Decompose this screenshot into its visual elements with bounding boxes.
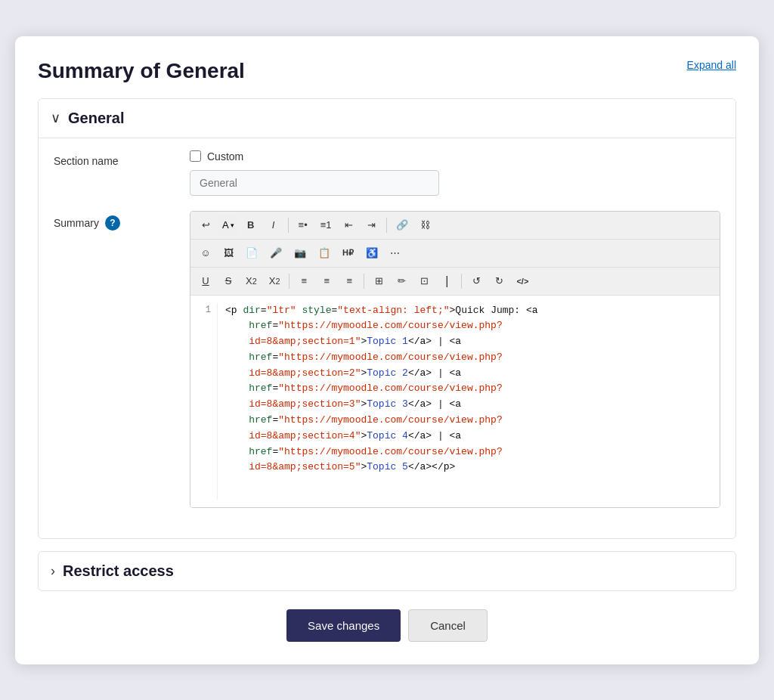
- unordered-list-btn[interactable]: ≡•: [293, 215, 314, 236]
- bold-btn[interactable]: B: [240, 215, 262, 236]
- file-btn[interactable]: 📄: [240, 243, 263, 264]
- underline-btn[interactable]: U: [195, 271, 216, 292]
- cancel-button[interactable]: Cancel: [408, 609, 488, 642]
- strikethrough-btn[interactable]: S: [218, 271, 239, 292]
- code-content[interactable]: <p dir="ltr" style="text-align: left;">Q…: [225, 303, 712, 500]
- font-size-btn[interactable]: A ▾: [218, 215, 239, 236]
- save-changes-button[interactable]: Save changes: [286, 609, 401, 642]
- edit-btn[interactable]: ✏: [391, 271, 412, 292]
- page-title: Summary of General: [38, 59, 736, 83]
- align-center-btn[interactable]: ≡: [316, 271, 337, 292]
- editor-wrapper: ↩ A ▾ B I ≡• ≡1 ⇤ ⇥ 🔗 ⛓: [190, 211, 720, 508]
- video-btn[interactable]: 📷: [289, 243, 311, 264]
- custom-checkbox-row: Custom: [190, 150, 720, 163]
- emoji-btn[interactable]: ☺: [195, 243, 216, 264]
- general-chevron-icon: ∨: [51, 110, 60, 126]
- more-btn[interactable]: ⋯: [385, 243, 406, 264]
- superscript-btn[interactable]: X2: [264, 271, 286, 292]
- section-name-input[interactable]: [190, 170, 439, 196]
- undo-toolbar-btn[interactable]: ↩: [195, 215, 216, 236]
- restrict-access-section: › Restrict access: [38, 551, 736, 591]
- general-section-body: Section name Custom Summary ?: [39, 138, 735, 538]
- toolbar-row-1: ↩ A ▾ B I ≡• ≡1 ⇤ ⇥ 🔗 ⛓: [190, 212, 720, 240]
- general-section-header[interactable]: ∨ General: [39, 99, 735, 138]
- h5p-btn[interactable]: H₽: [337, 243, 359, 264]
- toolbar-sep-3: [289, 274, 289, 289]
- unlink-btn[interactable]: ⛓: [415, 215, 436, 236]
- line-numbers: 1: [190, 303, 218, 500]
- outdent-btn[interactable]: ⇤: [339, 215, 360, 236]
- toolbar-sep-4: [364, 274, 364, 289]
- calc-btn[interactable]: ⊞: [368, 271, 389, 292]
- custom-label: Custom: [207, 150, 243, 163]
- table-btn[interactable]: ⊡: [413, 271, 435, 292]
- footer-buttons: Save changes Cancel: [38, 609, 736, 642]
- general-section: ∨ General Section name Custom Summary: [38, 98, 736, 539]
- code-editor[interactable]: 1 <p dir="ltr" style="text-align: left;"…: [190, 296, 720, 507]
- link-btn[interactable]: 🔗: [391, 215, 413, 236]
- image-btn[interactable]: 🖼: [218, 243, 239, 264]
- toolbar-row-3: U S X2 X2 ≡ ≡ ≡ ⊞ ✏ ⊡ |: [190, 268, 720, 296]
- summary-row: Summary ? ↩ A ▾ B I ≡• ≡1: [54, 211, 720, 508]
- main-modal: Summary of General Expand all ∨ General …: [15, 36, 759, 664]
- general-section-title: General: [68, 110, 124, 127]
- section-name-label: Section name: [54, 150, 190, 167]
- restrict-access-header[interactable]: › Restrict access: [39, 552, 735, 590]
- paste-btn[interactable]: 📋: [313, 243, 336, 264]
- toolbar-row-2: ☺ 🖼 📄 🎤 📷 📋 H₽ ♿ ⋯: [190, 240, 720, 268]
- indent-btn[interactable]: ⇥: [361, 215, 382, 236]
- align-left-btn[interactable]: ≡: [293, 271, 314, 292]
- toolbar-sep-5: [461, 274, 462, 289]
- summary-label: Summary ?: [54, 211, 190, 231]
- restrict-access-title: Restrict access: [63, 562, 174, 580]
- toolbar-sep-2: [386, 218, 387, 233]
- section-name-row: Section name Custom: [54, 150, 720, 196]
- undo-btn[interactable]: ↺: [466, 271, 487, 292]
- html-source-btn[interactable]: </>: [511, 271, 534, 292]
- accessibility-btn[interactable]: ♿: [361, 243, 383, 264]
- restrict-chevron-icon: ›: [51, 563, 55, 579]
- summary-editor: ↩ A ▾ B I ≡• ≡1 ⇤ ⇥ 🔗 ⛓: [190, 211, 720, 508]
- summary-help-icon[interactable]: ?: [105, 215, 120, 231]
- subscript-btn[interactable]: X2: [240, 271, 262, 292]
- ordered-list-btn[interactable]: ≡1: [315, 215, 337, 236]
- italic-btn[interactable]: I: [263, 215, 284, 236]
- toolbar-sep-1: [288, 218, 289, 233]
- cursor-btn[interactable]: |: [436, 271, 457, 292]
- align-right-btn[interactable]: ≡: [339, 271, 360, 292]
- redo-btn[interactable]: ↻: [488, 271, 509, 292]
- audio-btn[interactable]: 🎤: [265, 243, 287, 264]
- expand-all-button[interactable]: Expand all: [687, 59, 736, 71]
- custom-checkbox[interactable]: [190, 150, 201, 162]
- section-name-controls: Custom: [190, 150, 720, 196]
